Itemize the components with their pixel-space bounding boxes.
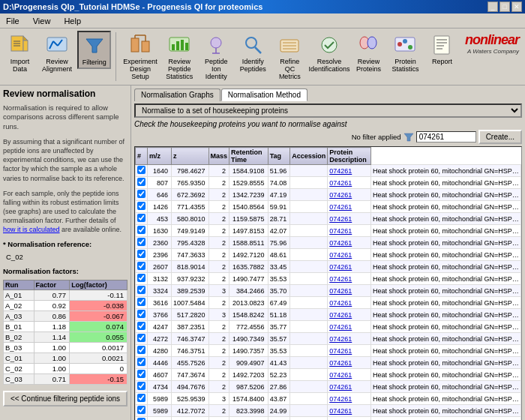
filter-search-input[interactable] [416,131,476,142]
row-checkbox[interactable] [137,214,146,222]
row-accession[interactable]: 074261 [328,297,371,309]
row-accession[interactable]: 074261 [328,405,371,417]
table-row: 2396 747.3633 2 1492.7120 48.61 074261 H… [136,249,521,261]
row-checkbox-cell[interactable] [136,285,148,297]
row-accession[interactable]: 074261 [328,273,371,285]
toolbar-review-alignment[interactable]: Review Alignment [40,31,74,75]
row-checkbox-cell[interactable] [136,165,148,177]
row-checkbox[interactable] [137,274,146,282]
norm-logfactor-cell: 0.0021 [70,353,128,364]
toolbar-resolve-identifications[interactable]: Resolve Identifications [310,31,349,75]
row-checkbox[interactable] [137,370,146,378]
toolbar-import-data[interactable]: Import Data [3,31,37,75]
row-checkbox[interactable] [137,250,146,258]
row-accession[interactable]: 074261 [328,249,371,261]
row-checkbox-cell[interactable] [136,297,148,309]
row-checkbox[interactable] [137,406,146,414]
toolbar-review-proteins[interactable]: Review Proteins [352,31,386,75]
row-checkbox[interactable] [137,286,146,294]
row-checkbox[interactable] [137,358,146,366]
table-row: 5989 412.7072 2 823.3998 24.99 074261 He… [136,405,521,417]
row-checkbox[interactable] [137,334,146,342]
menu-file[interactable]: File [3,15,22,27]
toolbar-experiment-design[interactable]: Experiment Design Setup [121,31,160,82]
row-checkbox-cell[interactable] [136,417,148,421]
row-accession[interactable]: 074261 [328,345,371,357]
row-accession[interactable]: 074261 [328,165,371,177]
toolbar-review-peptide[interactable]: Review Peptide Statistics [163,31,196,82]
row-checkbox-cell[interactable] [136,321,148,333]
row-checkbox-cell[interactable] [136,345,148,357]
row-checkbox-cell[interactable] [136,369,148,381]
toolbar-peptide-ion-identity[interactable]: Peptide Ion Identity [200,31,233,82]
row-accession[interactable]: 074261 [328,261,371,273]
row-checkbox[interactable] [137,382,146,390]
housekeeping-select[interactable]: Normalise to a set of housekeeping prote… [134,104,522,118]
row-checkbox[interactable] [137,346,146,354]
row-accession[interactable]: 074261 [328,213,371,225]
row-checkbox[interactable] [137,166,146,174]
how-calculated-link[interactable]: how it is calculated [3,226,60,233]
row-accession[interactable]: 074261 [328,393,371,405]
continue-filtering-button[interactable]: << Continue filtering peptide ions [3,391,128,406]
row-checkbox-cell[interactable] [136,177,148,189]
close-button[interactable]: ✕ [512,2,522,12]
row-accession[interactable]: 074261 [328,309,371,321]
row-accession[interactable]: 074261 [328,237,371,249]
row-id: 6352 [148,417,172,421]
row-checkbox[interactable] [137,202,146,210]
row-checkbox-cell[interactable] [136,393,148,405]
row-accession[interactable]: 074261 [328,321,371,333]
row-checkbox-cell[interactable] [136,213,148,225]
maximize-button[interactable]: □ [500,2,510,12]
row-accession[interactable]: 074261 [328,417,371,421]
row-checkbox[interactable] [137,322,146,330]
row-accession[interactable]: 074261 [328,189,371,201]
menu-view[interactable]: View [30,15,54,27]
table-header-mass: Mass [208,148,230,165]
toolbar-refine-qc[interactable]: Refine QC Metrics [273,31,307,82]
minimize-button[interactable]: _ [488,2,498,12]
toolbar-report[interactable]: Report [425,31,459,68]
row-accession[interactable]: 074261 [328,177,371,189]
toolbar-identify-peptides[interactable]: Identify Peptides [236,31,270,75]
row-checkbox-cell[interactable] [136,237,148,249]
row-mass: 1529.8555 [230,177,268,189]
row-accession[interactable]: 074261 [328,333,371,345]
row-checkbox-cell[interactable] [136,357,148,369]
toolbar-protein-statistics[interactable]: Protein Statistics [388,31,422,75]
row-checkbox[interactable] [137,178,146,186]
row-checkbox-cell[interactable] [136,333,148,345]
row-checkbox-cell[interactable] [136,249,148,261]
row-checkbox-cell[interactable] [136,381,148,393]
toolbar-filtering[interactable]: Filtering [77,31,111,69]
row-checkbox[interactable] [137,262,146,270]
row-checkbox[interactable] [137,190,146,198]
row-checkbox[interactable] [137,226,146,234]
row-checkbox[interactable] [137,238,146,246]
row-checkbox[interactable] [137,298,146,306]
row-accession[interactable]: 074261 [328,369,371,381]
row-checkbox-cell[interactable] [136,405,148,417]
row-rt: 35.77 [268,321,290,333]
row-accession[interactable]: 074261 [328,285,371,297]
row-checkbox-cell[interactable] [136,309,148,321]
create-button[interactable]: Create... [478,130,522,144]
row-description: Heat shock protein 60, mitochondrial GN=… [370,357,520,369]
row-checkbox-cell[interactable] [136,261,148,273]
row-checkbox-cell[interactable] [136,273,148,285]
row-checkbox[interactable] [137,394,146,402]
row-accession[interactable]: 074261 [328,225,371,237]
row-checkbox[interactable] [137,310,146,318]
row-accession[interactable]: 074261 [328,201,371,213]
row-checkbox-cell[interactable] [136,189,148,201]
row-accession[interactable]: 074261 [328,381,371,393]
tab-normalisation-graphs[interactable]: Normalisation Graphs [134,88,220,101]
tab-normalisation-method[interactable]: Normalisation Method [221,88,308,101]
row-checkbox-cell[interactable] [136,225,148,237]
table-row: 4247 387.2351 2 772.4556 35.77 074261 He… [136,321,521,333]
row-checkbox-cell[interactable] [136,201,148,213]
data-table-container[interactable]: #m/zzMassRetention TimeTagAccessionProte… [134,146,522,420]
menu-help[interactable]: Help [61,15,84,27]
row-accession[interactable]: 074261 [328,357,371,369]
